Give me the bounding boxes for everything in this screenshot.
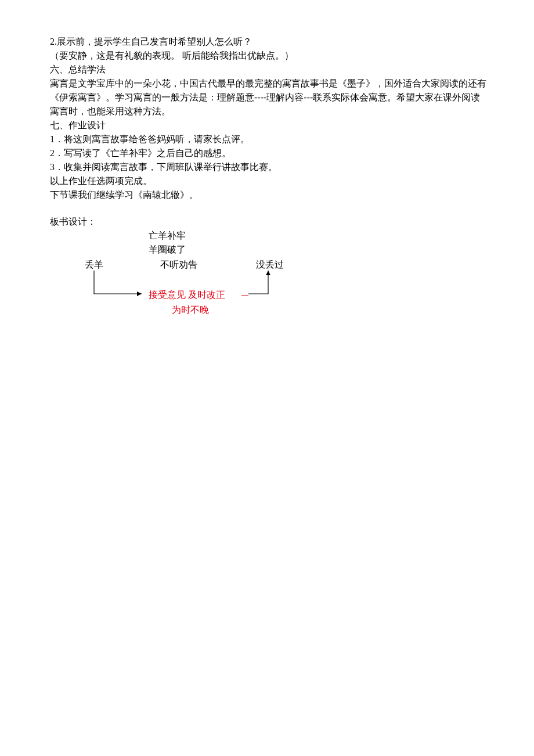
svg-marker-1: [266, 271, 270, 275]
heading-six: 六、总结学法: [50, 63, 486, 77]
board-line-broken: 羊圈破了: [149, 243, 486, 257]
line-q2-answer: （要安静，这是有礼貌的表现。 听后能给我指出优缺点。）: [50, 49, 486, 63]
document-page: 2.展示前，提示学生自己发言时希望别人怎么听？ （要安静，这是有礼貌的表现。 听…: [0, 0, 534, 351]
board-diagram: 丢羊 不听劝告 没丢过 接受意见 及时改正 为时不晚: [85, 258, 294, 327]
board-design-section: 板书设计： 亡羊补牢 羊圈破了 丢羊 不听劝告 没丢过 接受意见 及时改正 为时…: [50, 215, 486, 327]
board-title: 亡羊补牢: [149, 229, 486, 243]
board-advice: 接受意见 及时改正: [149, 288, 225, 302]
hw-item-2: 2．写写读了《亡羊补牢》之后自己的感想。: [50, 146, 486, 160]
board-conclusion: 为时不晚: [172, 303, 209, 317]
paragraph-summary: 寓言是文学宝库中的一朵小花，中国古代最早的最完整的寓言故事书是《墨子》，国外适合…: [50, 77, 486, 118]
heading-seven: 七、作业设计: [50, 118, 486, 132]
line-q2: 2.展示前，提示学生自己发言时希望别人怎么听？: [50, 35, 486, 49]
svg-marker-0: [137, 291, 142, 296]
hw-item-3: 3．收集并阅读寓言故事，下周班队课举行讲故事比赛。: [50, 160, 486, 174]
hw-note: 以上作业任选两项完成。: [50, 174, 486, 188]
next-lesson: 下节课我们继续学习《南辕北辙》。: [50, 188, 486, 202]
board-design-label: 板书设计：: [50, 215, 486, 229]
hw-item-1: 1．将这则寓言故事给爸爸妈妈听，请家长点评。: [50, 132, 486, 146]
